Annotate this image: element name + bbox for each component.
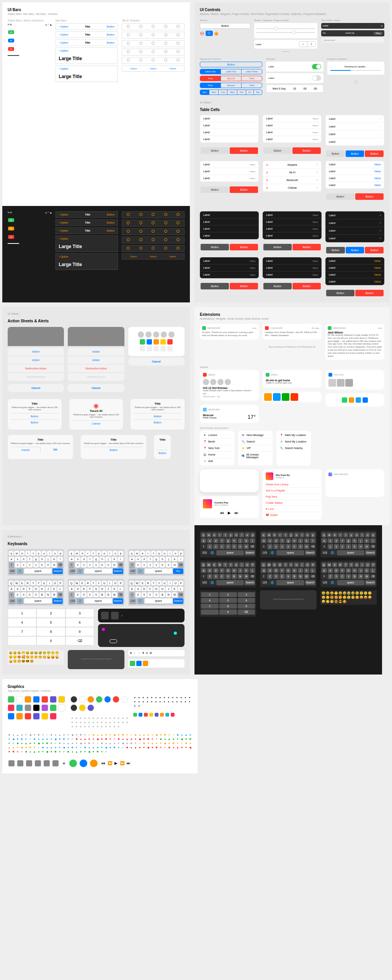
media-control-icon[interactable]: ▶ <box>114 761 118 765</box>
blank-widget[interactable] <box>200 469 259 492</box>
music-menu-item[interactable]: Add to a Playlist <box>264 488 320 494</box>
control-center-button[interactable] <box>43 760 51 767</box>
switch-on[interactable] <box>312 64 321 69</box>
quick-action-item[interactable]: +Add <box>201 458 233 464</box>
quick-action-item[interactable]: 📍Mark My Location <box>278 432 309 439</box>
music-menu-item[interactable]: 💔 Dislike <box>264 512 320 518</box>
quick-action-item[interactable]: ✈London <box>201 432 233 439</box>
siri-widget[interactable]: SIRI SPEAKS <box>325 469 384 497</box>
glyph-icon: ◆ <box>91 721 95 724</box>
quick-action-item[interactable]: 📍New York <box>201 445 233 452</box>
media-control-icon[interactable]: ⏩ <box>120 761 124 765</box>
keyboard[interactable]: qwertyuiopasdfghjkl⇧zxcvbnm⌫123🌐spaceSea… <box>68 549 124 576</box>
date-picker[interactable]: Wed 6 Sep100000 <box>266 85 323 93</box>
keyboard[interactable]: qwertyuiopasdfghjkl⇧zxcvbnm⌫123🌐spaceGo <box>128 549 185 576</box>
media-player[interactable]: Country PopNew Creation ⏮▶⏭ <box>200 496 259 518</box>
switch-off[interactable] <box>312 75 321 81</box>
safari-icon[interactable]: → <box>138 652 140 654</box>
control-center-button[interactable] <box>16 760 24 767</box>
quick-action-item[interactable]: ⭐VIP <box>240 445 271 452</box>
safari-icon[interactable]: ⊡ <box>146 652 148 655</box>
chevron-right-icon: › <box>380 117 381 121</box>
now-playing[interactable] <box>98 624 185 647</box>
safari-toolbar: ⊕←→⬆⊡⊞ <box>128 650 185 656</box>
maps-widget[interactable]: MAPS48 min to get homeTraffic is normal … <box>263 370 322 388</box>
action-item[interactable]: Action <box>8 348 64 356</box>
destructive-action[interactable]: Destructive Action <box>8 364 64 373</box>
notification[interactable]: MESSAGESnowHi there. Thanks for your int… <box>200 324 259 340</box>
control-center-button[interactable] <box>34 760 42 767</box>
nav-action[interactable]: Button <box>107 25 114 28</box>
news-widget[interactable]: NEWS iOS 13 GUI ReleaseGreat Simple team… <box>200 370 259 401</box>
keyboard[interactable]: qwertyuiopasdfghjkl⇧zxcvbnm⌫123🌐spaceSea… <box>260 531 316 557</box>
glyph-icon: ◆ <box>70 721 74 724</box>
text-field-dark[interactable]: Label✕ <box>321 23 384 29</box>
glyph-icon: ◆ <box>79 721 82 724</box>
control-center-button[interactable] <box>52 760 59 767</box>
table-cell[interactable]: Label <box>200 115 258 122</box>
weather-widget[interactable]: WEATHERMoscowPartly Cloudy17° <box>200 405 259 423</box>
quick-action-item[interactable]: 🔍Search Nearby <box>278 445 309 451</box>
nav-back[interactable]: ‹ Option <box>59 25 69 28</box>
safari-icon[interactable]: ⊞ <box>150 652 152 655</box>
music-widget[interactable]: ♫ <box>98 609 185 622</box>
emoji-keyboard[interactable]: 😀😃😄😁😆😅😂🤣😊😇🙂🙃😉😌😍🥰😘😗😙😚😋😛😝😜🤪🤨🧐🤓😎🤩 <box>8 650 64 665</box>
keyboard[interactable]: qwertyuiopasdfghjkl⇧zxcvbnm⌫123🌐spaceSea… <box>200 531 256 557</box>
slider[interactable] <box>256 28 315 29</box>
glyph-icon: ◆ <box>104 721 107 724</box>
cancel-button[interactable]: Cancel <box>8 384 64 392</box>
keyboard[interactable]: QWERTYUIOPASDFGHJKL⇧ZXCVBNM⌫123🌐spaceSea… <box>128 579 185 606</box>
control-center-button[interactable] <box>25 760 33 767</box>
keyboard[interactable]: QWERTYUIOPASDFGHJKL⇧ZXCVBNM⌫123🌐spaceSea… <box>260 560 316 587</box>
button-outline[interactable]: Button <box>200 23 250 29</box>
minus-icon[interactable]: ⊖ <box>200 30 204 36</box>
music-menu-item[interactable]: Play Next <box>264 494 320 500</box>
media-control-icon[interactable]: ⏮ <box>101 761 105 765</box>
round-icon <box>70 704 77 711</box>
keyboard[interactable]: QWERTYUIOPASDFGHJKL⇧ZXCVBNM⌫123🌐spaceSea… <box>8 579 64 606</box>
app-icon <box>24 696 31 703</box>
app-icon <box>16 713 23 720</box>
keyboard[interactable]: QWERTYUIOPASDFGHJKL⇧ZXCVBNM⌫123🌐spaceSea… <box>320 560 377 587</box>
music-menu-item[interactable]: Create Station <box>264 500 320 506</box>
round-icon <box>87 696 94 703</box>
numpad-dark[interactable]: 1234567890⌫ <box>200 590 256 617</box>
quick-action-item[interactable]: 📬All Unread Messages <box>240 452 271 460</box>
media-control-icon[interactable]: ⏭ <box>127 761 131 765</box>
share-app-icon[interactable] <box>140 339 145 345</box>
alert-button[interactable]: Button <box>11 413 59 419</box>
play-icon[interactable]: ▶ <box>228 511 231 515</box>
prev-icon[interactable]: ⏮ <box>220 511 224 515</box>
control-center-button[interactable] <box>8 760 15 767</box>
segmented-control[interactable]: Label OneLabel TwoLabel Three <box>200 69 262 74</box>
voice-waveform[interactable]: 〰〰〰〰〰 <box>68 650 124 669</box>
quick-action-item[interactable]: 🔍Search <box>240 439 271 445</box>
action-sheets-panel: UI Views / Action Sheets & Alerts Action… <box>2 307 190 525</box>
quick-action-item[interactable]: 📍Berlin <box>201 439 233 445</box>
numpad[interactable]: 1234567890⌫ <box>8 609 94 645</box>
music-menu-item[interactable]: Delete from Library <box>264 482 320 488</box>
keyboard[interactable]: QWERTYUIOPASDFGHJKL⇧ZXCVBNM⌫123🌐spaceSea… <box>68 579 124 606</box>
fingerprint-icon[interactable]: ◉ <box>214 30 219 36</box>
placeholder-input[interactable]: placeholder <box>321 38 384 42</box>
safari-icon[interactable]: ← <box>134 652 136 654</box>
quick-action-item[interactable]: 🏠Home <box>201 452 233 458</box>
safari-icon[interactable]: ⊕ <box>130 652 132 655</box>
music-menu-item[interactable]: ♥ Love <box>264 506 320 512</box>
round-icon <box>79 704 86 711</box>
glyph-icon: ◆ <box>75 721 78 724</box>
next-icon[interactable]: ⏭ <box>235 511 238 515</box>
media-control-icon[interactable]: ⏪ <box>108 761 112 765</box>
glyph-icon: ◆ <box>70 725 74 728</box>
quick-action-item[interactable]: ✉New Message <box>240 432 271 439</box>
glyph-icon: ◆ <box>117 717 120 720</box>
info-button[interactable]: ⓘ <box>206 31 213 36</box>
stepper[interactable]: −+ <box>299 41 316 47</box>
keyboard[interactable]: qwertyuiopasdfghjkl⇧zxcvbnm⌫123🌐spaceSea… <box>320 531 377 557</box>
avatar[interactable] <box>138 332 144 338</box>
safari-icon[interactable]: ⬆ <box>142 652 144 655</box>
keyboard[interactable]: qwertyuiopasdfghjkl⇧zxcvbnm⌫123🌐spaceSea… <box>8 549 64 576</box>
quick-action-item[interactable]: ↗Send My Location <box>278 439 309 445</box>
glyph-icon: ◆ <box>96 725 99 728</box>
keyboard[interactable]: QWERTYUIOPASDFGHJKL⇧ZXCVBNM⌫123🌐spaceSea… <box>200 560 256 587</box>
